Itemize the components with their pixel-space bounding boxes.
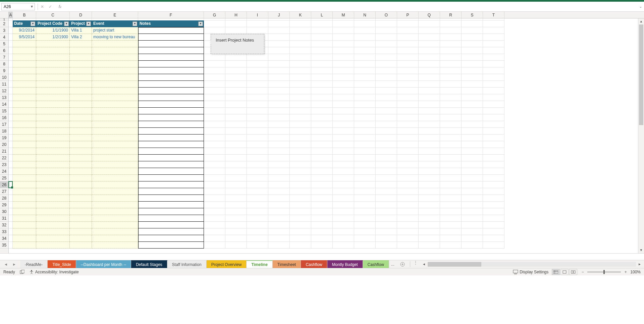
cell[interactable]	[311, 94, 333, 101]
cell[interactable]	[376, 161, 397, 168]
cell[interactable]	[419, 101, 440, 108]
cell[interactable]	[354, 148, 376, 155]
cell[interactable]	[440, 128, 462, 134]
cell[interactable]	[9, 195, 13, 202]
cell[interactable]	[247, 67, 268, 74]
cell[interactable]	[70, 114, 92, 121]
cell[interactable]	[9, 181, 13, 188]
cell[interactable]	[290, 47, 311, 54]
cell[interactable]	[92, 188, 138, 195]
column-header-F[interactable]: F	[138, 12, 204, 18]
cell[interactable]	[204, 175, 225, 181]
row-header-11[interactable]: 11	[0, 81, 8, 88]
cell[interactable]	[290, 94, 311, 101]
cell[interactable]	[376, 94, 397, 101]
cell[interactable]	[397, 74, 419, 81]
cell[interactable]	[354, 101, 376, 108]
cell[interactable]	[440, 108, 462, 114]
column-header-G[interactable]: G	[204, 12, 225, 18]
cell[interactable]	[247, 215, 268, 222]
cell[interactable]	[290, 108, 311, 114]
cell[interactable]	[138, 41, 204, 47]
cell[interactable]	[483, 27, 504, 34]
fx-icon[interactable]: fx	[59, 4, 61, 9]
cell[interactable]	[397, 61, 419, 67]
cell[interactable]	[333, 148, 354, 155]
cell[interactable]	[397, 20, 419, 27]
cell[interactable]	[138, 114, 204, 121]
cell[interactable]	[290, 161, 311, 168]
row-header-20[interactable]: 20	[0, 141, 8, 148]
cell[interactable]	[290, 215, 311, 222]
cell[interactable]	[376, 181, 397, 188]
cell[interactable]	[483, 215, 504, 222]
cell[interactable]	[354, 155, 376, 161]
cell[interactable]	[397, 242, 419, 249]
cell[interactable]	[376, 228, 397, 235]
cell[interactable]	[92, 134, 138, 141]
row-header-13[interactable]: 13	[0, 94, 8, 101]
formula-bar-expand-icon[interactable]: ⌄	[637, 5, 644, 8]
cell[interactable]	[13, 155, 36, 161]
cell[interactable]	[397, 134, 419, 141]
column-header-K[interactable]: K	[290, 12, 311, 18]
cell[interactable]	[483, 168, 504, 175]
cell[interactable]	[225, 128, 247, 134]
cell[interactable]	[13, 81, 36, 88]
cell[interactable]	[13, 121, 36, 128]
cell[interactable]	[462, 20, 483, 27]
row-header-8[interactable]: 8	[0, 61, 8, 67]
cell[interactable]	[204, 121, 225, 128]
cell[interactable]	[268, 141, 290, 148]
cell[interactable]	[204, 20, 225, 27]
cell[interactable]	[36, 88, 70, 94]
cell[interactable]	[36, 155, 70, 161]
cell[interactable]	[290, 20, 311, 27]
cell[interactable]	[333, 94, 354, 101]
cell[interactable]	[419, 155, 440, 161]
cell[interactable]	[483, 61, 504, 67]
cell[interactable]	[333, 228, 354, 235]
cell[interactable]	[247, 155, 268, 161]
cell[interactable]	[138, 121, 204, 128]
cell[interactable]	[13, 67, 36, 74]
cell[interactable]	[333, 27, 354, 34]
cell[interactable]	[290, 222, 311, 228]
cell[interactable]	[247, 242, 268, 249]
cell[interactable]	[70, 235, 92, 242]
row-header-25[interactable]: 25	[0, 175, 8, 181]
cell[interactable]	[419, 121, 440, 128]
cell[interactable]	[483, 202, 504, 208]
column-header-S[interactable]: S	[462, 12, 483, 18]
cell[interactable]	[440, 20, 462, 27]
cell[interactable]	[138, 175, 204, 181]
row-header-4[interactable]: 4	[0, 34, 8, 41]
accessibility-icon[interactable]	[29, 270, 34, 274]
cell[interactable]	[13, 235, 36, 242]
cell[interactable]	[268, 168, 290, 175]
row-header-19[interactable]: 19	[0, 134, 8, 141]
cell[interactable]	[311, 202, 333, 208]
cell[interactable]	[204, 188, 225, 195]
cell[interactable]	[354, 128, 376, 134]
cell[interactable]	[36, 41, 70, 47]
cell[interactable]	[204, 148, 225, 155]
cell[interactable]	[36, 101, 70, 108]
cell[interactable]: Event▾	[92, 20, 138, 27]
cell[interactable]	[247, 222, 268, 228]
cell[interactable]	[311, 88, 333, 94]
cell[interactable]	[311, 195, 333, 202]
cell[interactable]	[225, 181, 247, 188]
cell[interactable]	[9, 215, 13, 222]
cell[interactable]	[204, 128, 225, 134]
cell[interactable]	[9, 108, 13, 114]
cell[interactable]	[311, 114, 333, 121]
cell[interactable]	[36, 181, 70, 188]
cell[interactable]	[268, 47, 290, 54]
cell[interactable]	[70, 41, 92, 47]
zoom-slider-knob[interactable]	[603, 270, 605, 274]
cell[interactable]	[333, 128, 354, 134]
filter-dropdown-icon[interactable]: ▾	[132, 21, 137, 26]
cell[interactable]	[354, 195, 376, 202]
cell[interactable]	[311, 54, 333, 61]
